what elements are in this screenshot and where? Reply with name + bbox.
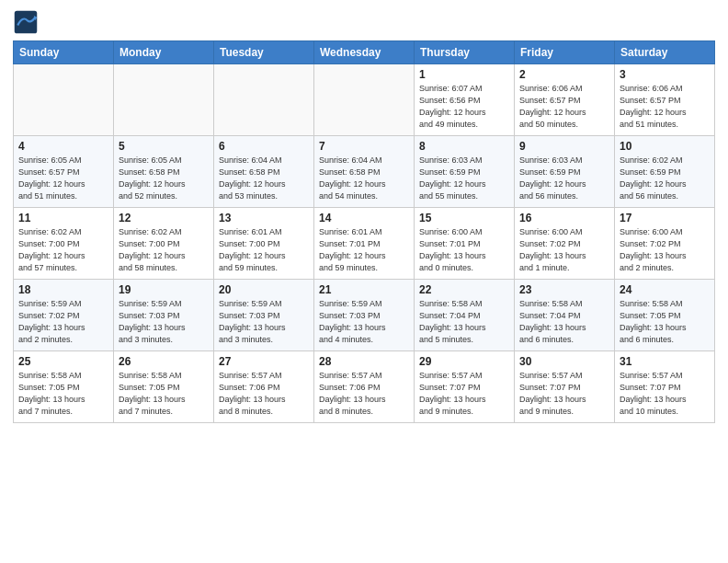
day-number: 15: [419, 212, 509, 224]
weekday-header-row: SundayMondayTuesdayWednesdayThursdayFrid…: [14, 41, 715, 64]
day-info: Sunrise: 6:04 AM Sunset: 6:58 PM Dayligh…: [219, 155, 309, 202]
day-info: Sunrise: 6:05 AM Sunset: 6:57 PM Dayligh…: [18, 155, 108, 202]
calendar-cell: 27Sunrise: 5:57 AM Sunset: 7:06 PM Dayli…: [214, 351, 314, 423]
day-info: Sunrise: 6:06 AM Sunset: 6:57 PM Dayligh…: [519, 83, 609, 131]
calendar-cell: 9Sunrise: 6:03 AM Sunset: 6:59 PM Daylig…: [515, 136, 615, 208]
day-number: 19: [119, 283, 209, 296]
day-number: 10: [620, 140, 710, 153]
day-number: 25: [18, 355, 108, 368]
calendar-cell: 7Sunrise: 6:04 AM Sunset: 6:58 PM Daylig…: [314, 136, 415, 208]
day-info: Sunrise: 6:02 AM Sunset: 7:00 PM Dayligh…: [18, 226, 108, 274]
day-number: 20: [219, 283, 309, 296]
day-info: Sunrise: 6:03 AM Sunset: 6:59 PM Dayligh…: [519, 155, 609, 202]
calendar-cell: 18Sunrise: 5:59 AM Sunset: 7:02 PM Dayli…: [14, 280, 114, 351]
day-info: Sunrise: 5:58 AM Sunset: 7:04 PM Dayligh…: [519, 298, 609, 346]
day-info: Sunrise: 5:57 AM Sunset: 7:07 PM Dayligh…: [419, 370, 509, 418]
day-number: 8: [419, 140, 509, 153]
calendar-cell: 2Sunrise: 6:06 AM Sunset: 6:57 PM Daylig…: [515, 64, 615, 136]
calendar-cell: [314, 64, 415, 136]
day-info: Sunrise: 5:59 AM Sunset: 7:03 PM Dayligh…: [119, 298, 209, 346]
day-number: 31: [620, 355, 710, 368]
day-info: Sunrise: 6:03 AM Sunset: 6:59 PM Dayligh…: [419, 155, 509, 202]
calendar-cell: 21Sunrise: 5:59 AM Sunset: 7:03 PM Dayli…: [314, 280, 415, 351]
logo-icon: [13, 9, 39, 35]
weekday-header-saturday: Saturday: [615, 41, 715, 64]
day-number: 3: [620, 68, 710, 81]
day-number: 21: [319, 283, 409, 296]
day-number: 22: [419, 283, 509, 296]
day-number: 30: [519, 355, 609, 368]
day-info: Sunrise: 5:58 AM Sunset: 7:05 PM Dayligh…: [18, 370, 108, 418]
calendar-cell: 8Sunrise: 6:03 AM Sunset: 6:59 PM Daylig…: [415, 136, 515, 208]
header: [13, 9, 715, 35]
calendar: SundayMondayTuesdayWednesdayThursdayFrid…: [13, 40, 715, 423]
day-info: Sunrise: 6:01 AM Sunset: 7:00 PM Dayligh…: [219, 226, 309, 274]
day-info: Sunrise: 5:58 AM Sunset: 7:04 PM Dayligh…: [419, 298, 509, 346]
day-number: 14: [319, 212, 409, 224]
day-info: Sunrise: 5:57 AM Sunset: 7:07 PM Dayligh…: [519, 370, 609, 418]
day-number: 4: [18, 140, 108, 153]
day-number: 12: [119, 212, 209, 224]
weekday-header-sunday: Sunday: [14, 41, 114, 64]
calendar-cell: 19Sunrise: 5:59 AM Sunset: 7:03 PM Dayli…: [114, 280, 214, 351]
week-row-3: 11Sunrise: 6:02 AM Sunset: 7:00 PM Dayli…: [14, 208, 715, 280]
calendar-cell: 6Sunrise: 6:04 AM Sunset: 6:58 PM Daylig…: [214, 136, 314, 208]
day-number: 16: [519, 212, 609, 224]
day-info: Sunrise: 6:04 AM Sunset: 6:58 PM Dayligh…: [319, 155, 409, 202]
day-number: 2: [519, 68, 609, 81]
calendar-cell: 22Sunrise: 5:58 AM Sunset: 7:04 PM Dayli…: [415, 280, 515, 351]
day-info: Sunrise: 5:59 AM Sunset: 7:02 PM Dayligh…: [18, 298, 108, 346]
calendar-cell: 16Sunrise: 6:00 AM Sunset: 7:02 PM Dayli…: [515, 208, 615, 280]
day-info: Sunrise: 6:05 AM Sunset: 6:58 PM Dayligh…: [119, 155, 209, 202]
calendar-cell: 28Sunrise: 5:57 AM Sunset: 7:06 PM Dayli…: [314, 351, 415, 423]
calendar-cell: [14, 64, 114, 136]
day-info: Sunrise: 5:57 AM Sunset: 7:06 PM Dayligh…: [319, 370, 409, 418]
calendar-cell: 1Sunrise: 6:07 AM Sunset: 6:56 PM Daylig…: [415, 64, 515, 136]
day-number: 6: [219, 140, 309, 153]
day-number: 9: [519, 140, 609, 153]
weekday-header-wednesday: Wednesday: [314, 41, 415, 64]
calendar-cell: 10Sunrise: 6:02 AM Sunset: 6:59 PM Dayli…: [615, 136, 715, 208]
logo: [13, 9, 42, 35]
day-number: 18: [18, 283, 108, 296]
week-row-1: 1Sunrise: 6:07 AM Sunset: 6:56 PM Daylig…: [14, 64, 715, 136]
day-number: 23: [519, 283, 609, 296]
page: SundayMondayTuesdayWednesdayThursdayFrid…: [0, 0, 728, 563]
calendar-cell: 15Sunrise: 6:00 AM Sunset: 7:01 PM Dayli…: [415, 208, 515, 280]
weekday-header-tuesday: Tuesday: [214, 41, 314, 64]
day-number: 24: [620, 283, 710, 296]
calendar-cell: 3Sunrise: 6:06 AM Sunset: 6:57 PM Daylig…: [615, 64, 715, 136]
day-info: Sunrise: 6:00 AM Sunset: 7:01 PM Dayligh…: [419, 226, 509, 274]
day-number: 1: [419, 68, 509, 81]
calendar-cell: 23Sunrise: 5:58 AM Sunset: 7:04 PM Dayli…: [515, 280, 615, 351]
weekday-header-thursday: Thursday: [415, 41, 515, 64]
day-number: 26: [119, 355, 209, 368]
day-info: Sunrise: 6:01 AM Sunset: 7:01 PM Dayligh…: [319, 226, 409, 274]
week-row-5: 25Sunrise: 5:58 AM Sunset: 7:05 PM Dayli…: [14, 351, 715, 423]
day-number: 17: [620, 212, 710, 224]
day-info: Sunrise: 5:58 AM Sunset: 7:05 PM Dayligh…: [620, 298, 710, 346]
day-info: Sunrise: 6:06 AM Sunset: 6:57 PM Dayligh…: [620, 83, 710, 131]
day-number: 28: [319, 355, 409, 368]
day-info: Sunrise: 6:00 AM Sunset: 7:02 PM Dayligh…: [519, 226, 609, 274]
day-number: 5: [119, 140, 209, 153]
day-info: Sunrise: 6:07 AM Sunset: 6:56 PM Dayligh…: [419, 83, 509, 131]
week-row-4: 18Sunrise: 5:59 AM Sunset: 7:02 PM Dayli…: [14, 280, 715, 351]
calendar-cell: 25Sunrise: 5:58 AM Sunset: 7:05 PM Dayli…: [14, 351, 114, 423]
day-number: 27: [219, 355, 309, 368]
day-info: Sunrise: 5:59 AM Sunset: 7:03 PM Dayligh…: [219, 298, 309, 346]
day-number: 29: [419, 355, 509, 368]
day-info: Sunrise: 5:58 AM Sunset: 7:05 PM Dayligh…: [119, 370, 209, 418]
weekday-header-friday: Friday: [515, 41, 615, 64]
day-info: Sunrise: 5:57 AM Sunset: 7:07 PM Dayligh…: [620, 370, 710, 418]
calendar-cell: 5Sunrise: 6:05 AM Sunset: 6:58 PM Daylig…: [114, 136, 214, 208]
weekday-header-monday: Monday: [114, 41, 214, 64]
day-info: Sunrise: 6:02 AM Sunset: 6:59 PM Dayligh…: [620, 155, 710, 202]
calendar-cell: [214, 64, 314, 136]
day-info: Sunrise: 6:02 AM Sunset: 7:00 PM Dayligh…: [119, 226, 209, 274]
svg-rect-0: [15, 11, 38, 34]
calendar-cell: 14Sunrise: 6:01 AM Sunset: 7:01 PM Dayli…: [314, 208, 415, 280]
calendar-cell: 11Sunrise: 6:02 AM Sunset: 7:00 PM Dayli…: [14, 208, 114, 280]
calendar-cell: 26Sunrise: 5:58 AM Sunset: 7:05 PM Dayli…: [114, 351, 214, 423]
calendar-cell: 20Sunrise: 5:59 AM Sunset: 7:03 PM Dayli…: [214, 280, 314, 351]
